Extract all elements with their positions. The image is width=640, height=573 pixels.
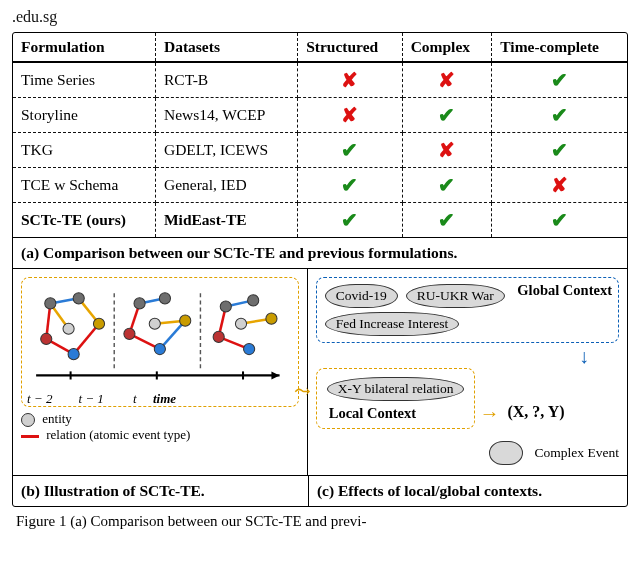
graph-frame-3 — [213, 295, 277, 355]
local-context-label: Local Context — [329, 405, 416, 422]
legend-relation: relation (atomic event type) — [46, 427, 190, 442]
cell-datasets: News14, WCEP — [155, 98, 297, 133]
local-context-box: X-Y bilateral relation Local Context — [316, 368, 476, 429]
table-row: SCTc-TE (ours) MidEast-TE ✔ ✔ ✔ — [13, 203, 627, 238]
col-datasets: Datasets — [155, 33, 297, 62]
caption-b: (b) Illustration of SCTc-TE. — [13, 475, 309, 506]
global-context-box: Covid-19 RU-UKR War Global Context Fed I… — [316, 277, 619, 343]
col-structured: Structured — [298, 33, 402, 62]
svg-point-37 — [235, 318, 246, 329]
cross-icon: ✘ — [438, 69, 455, 91]
svg-point-17 — [41, 333, 52, 344]
check-icon: ✔ — [341, 139, 358, 161]
cell-formulation: Time Series — [13, 62, 155, 98]
svg-marker-3 — [271, 371, 279, 379]
figure-1: Formulation Datasets Structured Complex … — [12, 32, 628, 507]
cell-formulation: TCE w Schema — [13, 168, 155, 203]
svg-point-35 — [248, 295, 259, 306]
col-formulation: Formulation — [13, 33, 155, 62]
arrow-right-icon: → — [479, 402, 499, 424]
graph-frame-1 — [41, 293, 105, 360]
svg-point-24 — [134, 298, 145, 309]
svg-point-36 — [266, 313, 277, 324]
cross-icon: ✘ — [341, 69, 358, 91]
legend-entity: entity — [42, 411, 72, 426]
caption-c: (c) Effects of local/global contexts. — [309, 475, 627, 506]
cloud-icon: X-Y bilateral relation — [327, 377, 465, 401]
panel-c: Covid-19 RU-UKR War Global Context Fed I… — [308, 269, 627, 475]
cloud-icon: Covid-19 — [325, 284, 398, 308]
svg-point-28 — [124, 328, 135, 339]
figure-caption: Figure 1 (a) Comparison between our SCTc… — [12, 513, 628, 530]
svg-point-27 — [149, 318, 160, 329]
check-icon: ✔ — [551, 104, 568, 126]
svg-point-25 — [159, 293, 170, 304]
cell-formulation: SCTc-TE (ours) — [13, 203, 155, 238]
cell-formulation: TKG — [13, 133, 155, 168]
check-icon: ✔ — [551, 139, 568, 161]
cell-datasets: MidEast-TE — [155, 203, 297, 238]
cell-datasets: GDELT, ICEWS — [155, 133, 297, 168]
svg-point-18 — [68, 349, 79, 360]
cloud-icon — [489, 441, 522, 465]
svg-point-16 — [63, 323, 74, 334]
svg-point-26 — [180, 315, 191, 326]
cloud-icon: RU-UKR War — [406, 284, 505, 308]
check-icon: ✔ — [438, 209, 455, 231]
graph-frame-2 — [124, 293, 191, 355]
svg-point-29 — [154, 343, 165, 354]
cell-datasets: General, IED — [155, 168, 297, 203]
check-icon: ✔ — [341, 209, 358, 231]
page-header-url: .edu.sg — [12, 8, 628, 26]
table-row: Time Series RCT-B ✘ ✘ ✔ — [13, 62, 627, 98]
table-row: TKG GDELT, ICEWS ✔ ✘ ✔ — [13, 133, 627, 168]
prediction-target: (X, ?, Y) — [507, 403, 564, 420]
check-icon: ✔ — [551, 209, 568, 231]
caption-a: (a) Comparison between our SCTc-TE and p… — [13, 237, 627, 269]
check-icon: ✔ — [341, 174, 358, 196]
svg-point-34 — [220, 301, 231, 312]
svg-point-14 — [73, 293, 84, 304]
temporal-graph-illustration — [21, 277, 299, 407]
arrow-right-dashed-icon: ⤳ — [294, 380, 311, 402]
relation-line-icon — [21, 435, 39, 438]
global-context-label: Global Context — [517, 282, 612, 299]
table-row: Storyline News14, WCEP ✘ ✔ ✔ — [13, 98, 627, 133]
cross-icon: ✘ — [438, 139, 455, 161]
svg-point-13 — [45, 298, 56, 309]
svg-point-15 — [93, 318, 104, 329]
cross-icon: ✘ — [551, 174, 568, 196]
svg-point-39 — [244, 343, 255, 354]
legend: entity relation (atomic event type) — [21, 411, 299, 443]
cloud-icon: Fed Increase Interest — [325, 312, 459, 336]
arrow-down-icon: ↓ — [579, 345, 589, 367]
check-icon: ✔ — [551, 69, 568, 91]
complex-event-label: Complex Event — [535, 445, 619, 461]
panel-b: t − 2 t − 1 t time entity relation (atom… — [13, 269, 308, 475]
check-icon: ✔ — [438, 174, 455, 196]
cell-datasets: RCT-B — [155, 62, 297, 98]
table-row: TCE w Schema General, IED ✔ ✔ ✘ — [13, 168, 627, 203]
comparison-table: Formulation Datasets Structured Complex … — [13, 33, 627, 237]
entity-dot-icon — [21, 413, 35, 427]
svg-point-38 — [213, 331, 224, 342]
cross-icon: ✘ — [341, 104, 358, 126]
check-icon: ✔ — [438, 104, 455, 126]
col-time-complete: Time-complete — [492, 33, 627, 62]
cell-formulation: Storyline — [13, 98, 155, 133]
col-complex: Complex — [402, 33, 492, 62]
